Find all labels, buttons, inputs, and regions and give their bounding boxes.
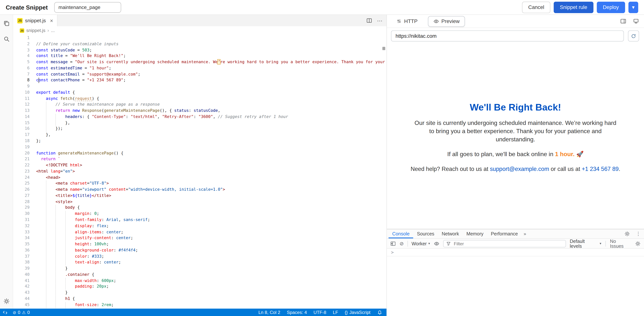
code-line[interactable]: 22 <!DOCTYPE html>	[13, 162, 386, 168]
deploy-dropdown-button[interactable]: ▾	[628, 2, 638, 13]
refresh-button[interactable]	[628, 31, 639, 42]
bell-icon[interactable]	[377, 310, 382, 315]
remote-indicator-icon[interactable]	[2, 310, 8, 315]
devtools-tab-memory[interactable]: Memory	[463, 229, 487, 238]
code-line[interactable]: 1	[13, 35, 386, 41]
email-link[interactable]: support@example.com	[490, 166, 549, 172]
code-line[interactable]: 11 async fetch(request) {	[13, 96, 386, 102]
code-line[interactable]: 39 }	[13, 265, 386, 271]
snippet-rule-button[interactable]: Snippet rule	[554, 2, 594, 13]
code-line[interactable]: 42 padding: 20px;	[13, 284, 386, 290]
devtools-tab-console[interactable]: Console	[388, 229, 413, 238]
issues-counter[interactable]: No Issues	[610, 239, 631, 248]
devtools-tab-sources[interactable]: Sources	[413, 229, 438, 238]
code-line[interactable]: 38 text-align: center;	[13, 259, 386, 265]
code-line[interactable]: 7const contactEmail = "support@example.c…	[13, 71, 386, 77]
code-line[interactable]: 43 }	[13, 290, 386, 296]
code-line[interactable]: 4const title = "We'll Be Right Back!";	[13, 53, 386, 59]
log-levels-selector[interactable]: Default levels▾	[570, 239, 602, 248]
code-line[interactable]: 23<html lang="en">	[13, 168, 386, 174]
code-line[interactable]: 6const estimatedTime = "1 hour";	[13, 65, 386, 71]
code-line[interactable]: 25 <meta charset="UTF-8">	[13, 181, 386, 187]
url-input[interactable]	[391, 31, 624, 42]
console-settings-gear-icon[interactable]	[635, 241, 641, 246]
console-prompt-row[interactable]: >	[387, 249, 644, 256]
breadcrumb-file[interactable]: snippet.js	[26, 28, 46, 33]
devtools-tab-network[interactable]: Network	[438, 229, 463, 238]
search-icon[interactable]	[3, 36, 10, 42]
code-line[interactable]: 35 height: 100vh;	[13, 241, 386, 247]
more-panels-icon[interactable]: »	[522, 231, 528, 236]
tab-http[interactable]: HTTP	[391, 16, 423, 27]
console-output[interactable]: >	[387, 249, 644, 316]
code-line[interactable]: 45 font-size: 2rem;	[13, 302, 386, 308]
code-line[interactable]: 8const contactPhone = "+1 234 567 89";	[13, 77, 386, 83]
code-line[interactable]: 2// Define your customizable inputs	[13, 41, 386, 47]
code-line[interactable]: 30 margin: 0;	[13, 211, 386, 217]
tab-preview[interactable]: Preview	[428, 16, 465, 27]
console-sidebar-icon[interactable]	[390, 241, 396, 246]
code-line[interactable]: 19	[13, 144, 386, 150]
code-line[interactable]: 12 // Serve the maintenance page as a re…	[13, 102, 386, 108]
device-preview-icon[interactable]	[633, 18, 639, 24]
cancel-button[interactable]: Cancel	[522, 2, 550, 13]
code-line[interactable]: 24 <head>	[13, 174, 386, 180]
code-line[interactable]: 16 });	[13, 126, 386, 132]
code-line[interactable]: 28 <style>	[13, 199, 386, 205]
panel-layout-icon[interactable]	[620, 18, 626, 24]
error-icon: ⊘	[13, 310, 16, 314]
code-line[interactable]: 3const statusCode = 503;	[13, 47, 386, 53]
split-editor-icon[interactable]	[366, 18, 372, 24]
language-mode[interactable]: {} JavaScript	[344, 310, 370, 315]
more-actions-icon[interactable]: ⋯	[377, 18, 382, 24]
code-line[interactable]: 18};	[13, 138, 386, 144]
code-line[interactable]: 14 headers: { "Content-Type": "text/html…	[13, 114, 386, 120]
cursor-position[interactable]: Ln 8, Col 2	[258, 310, 280, 315]
filter-input[interactable]	[453, 241, 563, 246]
eol-sequence[interactable]: LF	[333, 310, 338, 315]
code-line[interactable]: 10export default {	[13, 90, 386, 96]
deploy-button[interactable]: Deploy	[597, 2, 625, 13]
code-line[interactable]: 31 font-family: Arial, sans-serif;	[13, 217, 386, 223]
code-line[interactable]: 15 },	[13, 120, 386, 126]
code-line[interactable]: 5const message = "Our site is currently …	[13, 59, 386, 65]
code-line[interactable]: 26 <meta name="viewport" content="width=…	[13, 187, 386, 193]
code-line[interactable]: 33 align-items: center;	[13, 229, 386, 235]
code-editor[interactable]: 12// Define your customizable inputs3con…	[13, 35, 386, 309]
code-line[interactable]: 9	[13, 83, 386, 89]
code-line[interactable]: 27 <title>${title}</title>	[13, 193, 386, 199]
encoding[interactable]: UTF-8	[314, 310, 326, 315]
snippet-name-input[interactable]	[54, 2, 121, 13]
code-editor-pane: JS snippet.js × ⋯ JS snippet.js ›	[13, 15, 386, 308]
problems-indicator[interactable]: ⊘ 0 ⚠ 0	[13, 310, 30, 315]
rocket-emoji: 🚀	[574, 151, 584, 158]
breadcrumb-symbol[interactable]: ...	[51, 28, 55, 33]
devtools-settings-gear-icon[interactable]	[624, 231, 630, 237]
tab-snippet-js[interactable]: JS snippet.js ×	[13, 15, 58, 26]
live-expression-eye-icon[interactable]	[434, 241, 440, 246]
code-line[interactable]: 36 background-color: #f4f4f4;	[13, 247, 386, 253]
phone-link[interactable]: +1 234 567 89	[582, 166, 619, 172]
context-selector[interactable]: Worker▾	[412, 241, 430, 246]
gear-icon[interactable]	[3, 298, 10, 304]
scrollbar-marker[interactable]	[382, 47, 385, 50]
code-line[interactable]: 41 max-width: 600px;	[13, 278, 386, 284]
code-line[interactable]: 46 color: #0051c3	[13, 308, 386, 308]
code-line[interactable]: 40 .container {	[13, 271, 386, 277]
code-line[interactable]: 13 return new Response(generateMaintenan…	[13, 108, 386, 114]
close-tab-icon[interactable]: ×	[50, 18, 53, 23]
code-line[interactable]: 34 justify-content: center;	[13, 235, 386, 241]
code-line[interactable]: 17 },	[13, 132, 386, 138]
code-line[interactable]: 32 display: flex;	[13, 223, 386, 229]
clear-console-icon[interactable]: ⊘	[400, 241, 404, 246]
code-line[interactable]: 20function generateMaintenancePage() {	[13, 150, 386, 156]
code-line[interactable]: 37 color: #333;	[13, 253, 386, 259]
indentation[interactable]: Spaces: 4	[287, 310, 307, 315]
devtools-menu-kebab-icon[interactable]: ⋮	[636, 231, 641, 236]
code-line[interactable]: 29 body {	[13, 205, 386, 211]
snippets-copy-icon[interactable]	[3, 20, 10, 27]
code-line[interactable]: 21 return `	[13, 156, 386, 162]
devtools-tab-performance[interactable]: Performance	[487, 229, 522, 238]
code-line[interactable]: 44 h1 {	[13, 296, 386, 302]
console-filter	[443, 240, 566, 247]
